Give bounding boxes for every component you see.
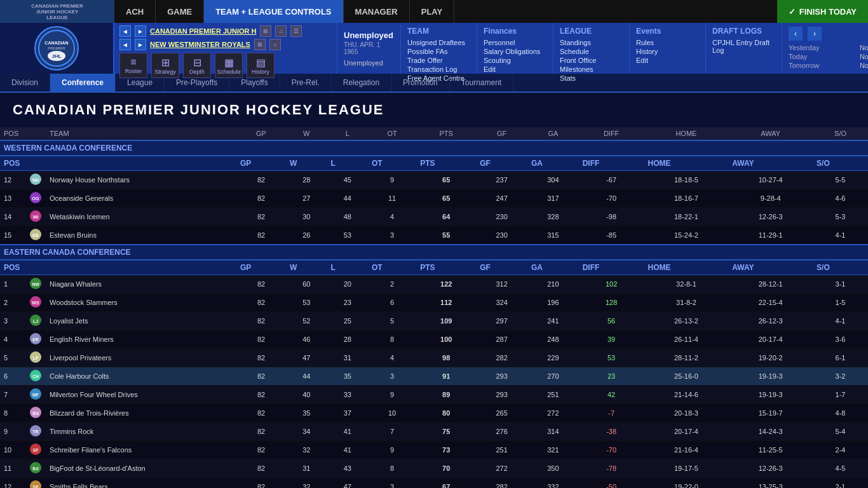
finances-salary-obligations[interactable]: Salary Obligations: [484, 47, 546, 56]
team-ga: 229: [527, 349, 579, 367]
team-ot: 10: [368, 404, 416, 423]
next-team2-btn[interactable]: ►: [135, 39, 146, 50]
table-row[interactable]: 12 NH Norway House Northstars 82 28 45 9…: [0, 171, 868, 189]
team-ga: 317: [527, 189, 579, 208]
league-standings[interactable]: Standings: [560, 38, 623, 47]
league-schedule[interactable]: Schedule: [560, 47, 623, 56]
cal-prev-btn[interactable]: ‹: [789, 27, 803, 41]
team-diff: 56: [579, 312, 644, 330]
finish-today-button[interactable]: ✓ FINISH TODAY: [777, 0, 868, 23]
team-name[interactable]: Estevan Bruins: [46, 226, 236, 245]
team-name[interactable]: Wetaskiwin Icemen: [46, 208, 236, 226]
svg-text:WI: WI: [33, 215, 39, 219]
tab-team-league[interactable]: TEAM + LEAGUE CONTROLS: [204, 0, 343, 23]
team1-icon2[interactable]: ⌂: [275, 25, 287, 37]
table-row[interactable]: 2 WS Woodstock Slammers 82 53 23 6 112 3…: [0, 294, 868, 312]
team-transaction-log[interactable]: Transaction Log: [407, 65, 470, 74]
table-row[interactable]: 6 CH Cole Harbour Colts 82 44 35 3 91 29…: [0, 367, 868, 386]
team-so: 3-2: [813, 367, 868, 386]
team-name[interactable]: Timmins Rock: [46, 423, 236, 441]
subtab-league[interactable]: League: [116, 74, 165, 92]
team-w: 52: [286, 312, 327, 330]
team-w: 44: [286, 367, 327, 386]
league-stats[interactable]: Stats: [560, 74, 623, 83]
team1-icon3[interactable]: ☰: [290, 25, 302, 37]
tab-play[interactable]: PLAY: [410, 0, 454, 23]
team-ot: 3: [368, 478, 416, 489]
table-row[interactable]: 12 SF Smiths Falls Bears 82 32 47 3 67 2…: [0, 478, 868, 489]
team-name[interactable]: Milverton Four Wheel Drives: [46, 386, 236, 404]
table-row[interactable]: 8 Bd Blizzard de Trois-Rivières 82 35 37…: [0, 404, 868, 423]
team-pos: 2: [0, 294, 25, 312]
prev-team-btn[interactable]: ◄: [119, 25, 131, 37]
finances-scouting[interactable]: Scouting: [484, 56, 546, 65]
table-row[interactable]: 5 LP Liverpool Privateers 82 47 31 4 98 …: [0, 349, 868, 367]
subtab-tournament[interactable]: Tournament: [450, 74, 513, 92]
table-row[interactable]: 10 SF Schreiber Filane's Falcons 82 32 4…: [0, 441, 868, 459]
subtab-conference[interactable]: Conference: [50, 74, 116, 92]
svg-text:EB: EB: [32, 233, 39, 238]
team-name[interactable]: Norway House Northstars: [46, 171, 236, 189]
next-team-btn[interactable]: ►: [135, 25, 146, 37]
subtab-pre-rel[interactable]: Pre-Rel.: [280, 74, 332, 92]
table-row[interactable]: 4 ER English River Miners 82 46 28 8 100…: [0, 330, 868, 349]
team-name[interactable]: Cole Harbour Colts: [46, 367, 236, 386]
team-name[interactable]: Woodstock Slammers: [46, 294, 236, 312]
team-name[interactable]: Schreiber Filane's Falcons: [46, 441, 236, 459]
events-history[interactable]: History: [636, 47, 699, 56]
table-row[interactable]: 1 NW Niagara Whalers 82 60 20 2 122 312 …: [0, 275, 868, 294]
subtab-promotion[interactable]: Promotion: [391, 74, 450, 92]
team-name[interactable]: Liverpool Privateers: [46, 349, 236, 367]
team-home: 18-22-1: [644, 208, 729, 226]
events-rules[interactable]: Rules: [636, 38, 699, 47]
subtab-division[interactable]: Division: [0, 74, 50, 92]
team-pos: 3: [0, 312, 25, 330]
table-row[interactable]: 14 WI Wetaskiwin Icemen 82 30 48 4 64 23…: [0, 208, 868, 226]
team1-icon1[interactable]: ⊞: [260, 25, 271, 37]
team-possible-fas[interactable]: Possible FAs: [407, 47, 470, 56]
team-icon-cell: WS: [25, 294, 46, 312]
team-name[interactable]: Niagara Whalers: [46, 275, 236, 294]
table-row[interactable]: 3 LJ Loyalist Jets 82 52 25 5 109 297 24…: [0, 312, 868, 330]
team2-icon1[interactable]: ⊞: [254, 39, 266, 50]
team2-link[interactable]: NEW WESTMINSTER ROYALS: [150, 41, 250, 48]
events-edit[interactable]: Edit: [636, 56, 699, 65]
table-row[interactable]: 11 Bd BigFoot de St-Léonard-d'Aston 82 3…: [0, 459, 868, 478]
table-row[interactable]: 7 MF Milverton Four Wheel Drives 82 40 3…: [0, 386, 868, 404]
tab-manager[interactable]: MANAGER: [344, 0, 410, 23]
team-name[interactable]: Blizzard de Trois-Rivières: [46, 404, 236, 423]
team-name[interactable]: Smiths Falls Bears: [46, 478, 236, 489]
team-name[interactable]: Loyalist Jets: [46, 312, 236, 330]
team-name[interactable]: BigFoot de St-Léonard-d'Aston: [46, 459, 236, 478]
team-gp: 82: [236, 226, 286, 245]
subtab-playoffs[interactable]: Playoffs: [229, 74, 280, 92]
tab-game[interactable]: GAME: [156, 0, 204, 23]
cal-next-btn[interactable]: ›: [808, 27, 822, 41]
team-so: 5-4: [813, 423, 868, 441]
team-ga: 241: [527, 312, 579, 330]
tab-ach[interactable]: ACH: [114, 0, 156, 23]
team-name[interactable]: Oceanside Generals: [46, 189, 236, 208]
league-front-office[interactable]: Front Office: [560, 56, 623, 65]
subtab-relegation[interactable]: Relegation: [332, 74, 391, 92]
subtab-pre-playoffs[interactable]: Pre-Playoffs: [165, 74, 229, 92]
table-row[interactable]: 15 EB Estevan Bruins 82 26 53 3 55 230 3…: [0, 226, 868, 245]
team-unsigned-draftees[interactable]: Unsigned Draftees: [407, 38, 470, 47]
draft-log-cpjhl[interactable]: CPJHL Entry Draft Log: [712, 38, 775, 55]
team-w: 30: [286, 208, 327, 226]
cal-tomorrow-label: Tomorrow: [789, 62, 819, 69]
finances-personnel[interactable]: Personnel: [484, 38, 546, 47]
team-name[interactable]: English River Miners: [46, 330, 236, 349]
prev-team2-btn[interactable]: ◄: [119, 39, 131, 50]
league-milestones[interactable]: Milestones: [560, 65, 623, 74]
team1-link[interactable]: CANADIAN PREMIER JUNIOR H: [150, 27, 256, 35]
table-row[interactable]: 9 TR Timmins Rock 82 34 41 7 75 276 314 …: [0, 423, 868, 441]
finances-edit[interactable]: Edit: [484, 65, 546, 74]
team-trade-offer[interactable]: Trade Offer: [407, 56, 470, 65]
team2-icon2[interactable]: ⌂: [269, 39, 281, 50]
team-w: 32: [286, 478, 327, 489]
table-row[interactable]: 13 OG Oceanside Generals 82 27 44 11 65 …: [0, 189, 868, 208]
page-title-area: CANADIAN PREMIER JUNIOR HOCKEY LEAGUE: [0, 93, 868, 127]
team-ga: 332: [527, 478, 579, 489]
svg-text:JHL: JHL: [51, 53, 61, 59]
